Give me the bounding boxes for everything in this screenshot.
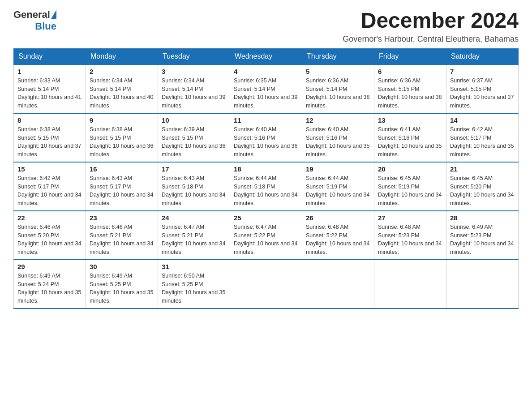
calendar-day-cell: 10 Sunrise: 6:39 AM Sunset: 5:15 PM Dayl… (158, 113, 230, 162)
calendar-day-cell: 25 Sunrise: 6:47 AM Sunset: 5:22 PM Dayl… (230, 211, 302, 260)
calendar-day-cell: 17 Sunrise: 6:43 AM Sunset: 5:18 PM Dayl… (158, 162, 230, 211)
calendar-day-cell: 29 Sunrise: 6:49 AM Sunset: 5:24 PM Dayl… (14, 260, 86, 308)
day-number: 8 (17, 116, 82, 124)
day-info: Sunrise: 6:36 AM Sunset: 5:14 PM Dayligh… (306, 77, 370, 110)
weekday-header-friday: Friday (374, 48, 446, 64)
calendar-day-cell: 7 Sunrise: 6:37 AM Sunset: 5:15 PM Dayli… (446, 64, 519, 113)
day-info: Sunrise: 6:43 AM Sunset: 5:18 PM Dayligh… (162, 174, 226, 208)
calendar-day-cell: 14 Sunrise: 6:42 AM Sunset: 5:17 PM Dayl… (446, 113, 519, 162)
day-info: Sunrise: 6:38 AM Sunset: 5:15 PM Dayligh… (17, 125, 82, 159)
calendar-day-cell: 16 Sunrise: 6:43 AM Sunset: 5:17 PM Dayl… (86, 162, 158, 211)
weekday-header-sunday: Sunday (14, 48, 86, 64)
weekday-header-wednesday: Wednesday (230, 48, 302, 64)
weekday-header-saturday: Saturday (446, 48, 519, 64)
calendar-day-cell (446, 260, 519, 308)
day-number: 13 (378, 116, 442, 124)
day-info: Sunrise: 6:48 AM Sunset: 5:23 PM Dayligh… (378, 223, 442, 257)
day-number: 3 (162, 68, 226, 75)
calendar-week-row: 1 Sunrise: 6:33 AM Sunset: 5:14 PM Dayli… (14, 64, 519, 113)
weekday-header-tuesday: Tuesday (158, 48, 230, 64)
day-number: 7 (450, 68, 515, 75)
calendar-day-cell: 9 Sunrise: 6:38 AM Sunset: 5:15 PM Dayli… (86, 113, 158, 162)
day-number: 30 (90, 263, 154, 270)
logo-general: General (13, 9, 50, 21)
calendar-week-row: 15 Sunrise: 6:42 AM Sunset: 5:17 PM Dayl… (14, 162, 519, 211)
day-info: Sunrise: 6:46 AM Sunset: 5:20 PM Dayligh… (17, 223, 82, 257)
day-number: 23 (90, 214, 154, 222)
calendar-day-cell: 11 Sunrise: 6:40 AM Sunset: 5:16 PM Dayl… (230, 113, 302, 162)
calendar-day-cell: 20 Sunrise: 6:45 AM Sunset: 5:19 PM Dayl… (374, 162, 446, 211)
calendar-day-cell: 12 Sunrise: 6:40 AM Sunset: 5:16 PM Dayl… (302, 113, 374, 162)
weekday-header-thursday: Thursday (302, 48, 374, 64)
logo-triangle-icon (51, 10, 56, 19)
day-info: Sunrise: 6:40 AM Sunset: 5:16 PM Dayligh… (234, 125, 298, 159)
calendar-day-cell: 3 Sunrise: 6:34 AM Sunset: 5:14 PM Dayli… (158, 64, 230, 113)
day-info: Sunrise: 6:47 AM Sunset: 5:22 PM Dayligh… (234, 223, 298, 257)
day-info: Sunrise: 6:35 AM Sunset: 5:14 PM Dayligh… (234, 77, 298, 110)
calendar-day-cell: 22 Sunrise: 6:46 AM Sunset: 5:20 PM Dayl… (14, 211, 86, 260)
day-info: Sunrise: 6:34 AM Sunset: 5:14 PM Dayligh… (162, 77, 226, 110)
calendar-day-cell (302, 260, 374, 308)
calendar-week-row: 22 Sunrise: 6:46 AM Sunset: 5:20 PM Dayl… (14, 211, 519, 260)
day-number: 16 (90, 165, 154, 173)
day-info: Sunrise: 6:42 AM Sunset: 5:17 PM Dayligh… (450, 125, 515, 159)
calendar-week-row: 29 Sunrise: 6:49 AM Sunset: 5:24 PM Dayl… (14, 260, 519, 308)
calendar-day-cell: 8 Sunrise: 6:38 AM Sunset: 5:15 PM Dayli… (14, 113, 86, 162)
day-number: 1 (17, 68, 82, 75)
day-number: 9 (90, 116, 154, 124)
day-number: 14 (450, 116, 515, 124)
calendar-table: SundayMondayTuesdayWednesdayThursdayFrid… (13, 48, 519, 309)
day-number: 18 (234, 165, 298, 173)
day-number: 22 (17, 214, 82, 222)
day-number: 15 (17, 165, 82, 173)
calendar-day-cell: 18 Sunrise: 6:44 AM Sunset: 5:18 PM Dayl… (230, 162, 302, 211)
calendar-day-cell: 19 Sunrise: 6:44 AM Sunset: 5:19 PM Dayl… (302, 162, 374, 211)
day-info: Sunrise: 6:46 AM Sunset: 5:21 PM Dayligh… (90, 223, 154, 257)
day-number: 27 (378, 214, 442, 222)
day-number: 31 (162, 263, 226, 270)
calendar-day-cell: 15 Sunrise: 6:42 AM Sunset: 5:17 PM Dayl… (14, 162, 86, 211)
day-number: 4 (234, 68, 298, 75)
day-number: 5 (306, 68, 370, 75)
day-info: Sunrise: 6:43 AM Sunset: 5:17 PM Dayligh… (90, 174, 154, 208)
header: General Blue December 2024 Governor's Ha… (13, 9, 519, 44)
day-number: 12 (306, 116, 370, 124)
calendar-day-cell: 13 Sunrise: 6:41 AM Sunset: 5:16 PM Dayl… (374, 113, 446, 162)
weekday-header-row: SundayMondayTuesdayWednesdayThursdayFrid… (14, 48, 519, 64)
day-info: Sunrise: 6:44 AM Sunset: 5:18 PM Dayligh… (234, 174, 298, 208)
title-area: December 2024 Governor's Harbour, Centra… (343, 9, 519, 44)
logo-blue: Blue (35, 21, 56, 32)
day-number: 24 (162, 214, 226, 222)
calendar-day-cell: 2 Sunrise: 6:34 AM Sunset: 5:14 PM Dayli… (86, 64, 158, 113)
day-info: Sunrise: 6:49 AM Sunset: 5:25 PM Dayligh… (90, 272, 154, 305)
location-subtitle: Governor's Harbour, Central Eleuthera, B… (343, 34, 519, 44)
day-number: 26 (306, 214, 370, 222)
day-number: 17 (162, 165, 226, 173)
month-title: December 2024 (343, 9, 519, 33)
day-number: 11 (234, 116, 298, 124)
day-info: Sunrise: 6:37 AM Sunset: 5:15 PM Dayligh… (450, 77, 515, 110)
day-number: 21 (450, 165, 515, 173)
weekday-header-monday: Monday (86, 48, 158, 64)
day-info: Sunrise: 6:33 AM Sunset: 5:14 PM Dayligh… (17, 77, 82, 110)
day-info: Sunrise: 6:34 AM Sunset: 5:14 PM Dayligh… (90, 77, 154, 110)
day-info: Sunrise: 6:36 AM Sunset: 5:15 PM Dayligh… (378, 77, 442, 110)
day-number: 28 (450, 214, 515, 222)
calendar-day-cell (230, 260, 302, 308)
day-number: 25 (234, 214, 298, 222)
calendar-day-cell: 30 Sunrise: 6:49 AM Sunset: 5:25 PM Dayl… (86, 260, 158, 308)
calendar-day-cell: 24 Sunrise: 6:47 AM Sunset: 5:21 PM Dayl… (158, 211, 230, 260)
day-number: 29 (17, 263, 82, 270)
day-info: Sunrise: 6:45 AM Sunset: 5:19 PM Dayligh… (378, 174, 442, 208)
day-info: Sunrise: 6:38 AM Sunset: 5:15 PM Dayligh… (90, 125, 154, 159)
day-info: Sunrise: 6:44 AM Sunset: 5:19 PM Dayligh… (306, 174, 370, 208)
calendar-week-row: 8 Sunrise: 6:38 AM Sunset: 5:15 PM Dayli… (14, 113, 519, 162)
day-number: 20 (378, 165, 442, 173)
day-info: Sunrise: 6:45 AM Sunset: 5:20 PM Dayligh… (450, 174, 515, 208)
day-info: Sunrise: 6:50 AM Sunset: 5:25 PM Dayligh… (162, 272, 226, 305)
calendar-day-cell: 27 Sunrise: 6:48 AM Sunset: 5:23 PM Dayl… (374, 211, 446, 260)
day-info: Sunrise: 6:48 AM Sunset: 5:22 PM Dayligh… (306, 223, 370, 257)
calendar-day-cell: 4 Sunrise: 6:35 AM Sunset: 5:14 PM Dayli… (230, 64, 302, 113)
calendar-day-cell: 5 Sunrise: 6:36 AM Sunset: 5:14 PM Dayli… (302, 64, 374, 113)
day-info: Sunrise: 6:47 AM Sunset: 5:21 PM Dayligh… (162, 223, 226, 257)
